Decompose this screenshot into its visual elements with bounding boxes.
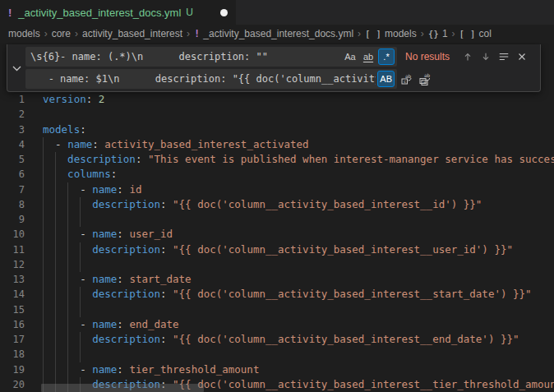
code-line[interactable]: 1version: 2 bbox=[0, 92, 554, 107]
breadcrumb-label: 1 bbox=[442, 28, 448, 39]
indent-guide bbox=[43, 137, 44, 152]
breadcrumb-item-1[interactable]: {}1 bbox=[428, 28, 448, 39]
breadcrumb-separator-icon: › bbox=[44, 28, 48, 39]
regex-toggle[interactable]: .* bbox=[378, 48, 395, 65]
code-line[interactable]: 3models: bbox=[0, 122, 554, 137]
code-line[interactable]: 16 - name: end_date bbox=[0, 317, 554, 332]
breadcrumb-item-core[interactable]: core bbox=[52, 28, 71, 39]
line-number: 2 bbox=[0, 107, 25, 122]
next-match-button[interactable] bbox=[478, 48, 494, 65]
code-line[interactable]: 8 description: "{{ doc('column__activity… bbox=[0, 197, 554, 212]
line-number: 18 bbox=[0, 347, 25, 362]
code-text: version: 2 bbox=[25, 92, 554, 107]
code-text: columns: bbox=[25, 167, 554, 182]
code-line[interactable]: 9 bbox=[0, 212, 554, 227]
indent-guide bbox=[43, 272, 44, 287]
line-number: 5 bbox=[0, 152, 25, 167]
indent-guide bbox=[55, 167, 56, 182]
line-number: 16 bbox=[0, 317, 25, 332]
breadcrumb-item-activity_based_interest[interactable]: activity_based_interest bbox=[82, 28, 182, 39]
code-text bbox=[25, 347, 554, 362]
breadcrumb-separator-icon: › bbox=[75, 28, 78, 39]
indent-guide bbox=[80, 347, 81, 362]
code-text: - name: id bbox=[25, 182, 554, 197]
code-text bbox=[25, 107, 554, 122]
replace-all-button[interactable]: ab ac bbox=[417, 71, 433, 87]
code-line[interactable]: 4 - name: activity_based_interest_activa… bbox=[0, 137, 554, 152]
code-line[interactable]: 13 - name: start_date bbox=[0, 272, 554, 287]
line-number: 10 bbox=[0, 227, 25, 242]
toggle-replace-chevron-icon[interactable] bbox=[11, 62, 22, 74]
breadcrumb-separator-icon: › bbox=[187, 28, 190, 39]
code-line[interactable]: 14 description: "{{ doc('column__activit… bbox=[0, 287, 554, 302]
line-number: 20 bbox=[0, 377, 25, 392]
code-line[interactable]: 15 bbox=[0, 302, 554, 317]
code-line[interactable]: 5 description: "This event is published … bbox=[0, 152, 554, 167]
editor[interactable]: \s{6}- name: (.*)\n description: "" Aa a… bbox=[0, 43, 554, 392]
indent-guide bbox=[55, 182, 56, 197]
line-number: 9 bbox=[0, 212, 25, 227]
indent-guide bbox=[55, 332, 56, 347]
code-line[interactable]: 12 bbox=[0, 257, 554, 272]
code-line[interactable]: 10 - name: user_id bbox=[0, 227, 554, 242]
indent-guide bbox=[43, 332, 44, 347]
find-input[interactable]: \s{6}- name: (.*)\n description: "" Aa a… bbox=[25, 47, 397, 67]
object-symbol-icon: {} bbox=[428, 29, 439, 39]
replace-row: - name: $1\n description: "{{ doc('colum… bbox=[25, 69, 537, 89]
whole-word-toggle[interactable]: ab bbox=[360, 48, 376, 65]
yaml-symbol-icon: ! bbox=[194, 28, 200, 39]
code-line[interactable]: 6 columns: bbox=[0, 167, 554, 182]
close-find-button[interactable] bbox=[514, 48, 530, 65]
code-line[interactable]: 18 bbox=[0, 347, 554, 362]
indent-guide bbox=[43, 212, 44, 227]
indent-guide bbox=[43, 317, 44, 332]
indent-guide bbox=[67, 197, 68, 212]
find-query-text: \s{6}- name: (.*)\n description: "" bbox=[30, 51, 340, 62]
indent-guide bbox=[80, 302, 81, 317]
code-line[interactable]: 11 description: "{{ doc('column__activit… bbox=[0, 242, 554, 257]
replace-button[interactable]: ab c bbox=[399, 71, 415, 87]
tab-active-file[interactable]: ! _activity_based_interest_docs.yml U bbox=[0, 0, 236, 25]
line-number: 19 bbox=[0, 362, 25, 377]
match-case-toggle[interactable]: Aa bbox=[342, 48, 358, 65]
code-line[interactable]: 17 description: "{{ doc('column__activit… bbox=[0, 332, 554, 347]
find-results-count: No results bbox=[405, 51, 458, 62]
line-number: 3 bbox=[0, 122, 25, 137]
code-text: description: "This event is published wh… bbox=[25, 152, 554, 167]
indent-guide bbox=[67, 302, 68, 317]
indent-guide bbox=[55, 362, 56, 377]
code-text: description: "{{ doc('column__activity_b… bbox=[25, 197, 554, 212]
indent-guide bbox=[67, 182, 68, 197]
previous-match-button[interactable] bbox=[459, 48, 476, 65]
breadcrumb-item-_activity_based_interest_docs.yml[interactable]: !_activity_based_interest_docs.yml bbox=[194, 28, 353, 39]
breadcrumb-label: core bbox=[52, 28, 71, 39]
line-number: 7 bbox=[0, 182, 25, 197]
breadcrumb-item-col[interactable]: [ ]col bbox=[459, 28, 492, 39]
code-text: - name: activity_based_interest_activate… bbox=[25, 137, 554, 152]
find-row: \s{6}- name: (.*)\n description: "" Aa a… bbox=[25, 47, 537, 67]
indent-guide bbox=[55, 272, 56, 287]
indent-guide bbox=[80, 257, 81, 272]
indent-guide bbox=[67, 227, 68, 242]
breadcrumb-item-models[interactable]: [ ]models bbox=[365, 28, 417, 39]
indent-guide bbox=[43, 152, 44, 167]
code-line[interactable]: 19 - name: tier_threshold_amount bbox=[0, 362, 554, 377]
code-line[interactable]: 7 - name: id bbox=[0, 182, 554, 197]
replace-input[interactable]: - name: $1\n description: "{{ doc('colum… bbox=[25, 69, 397, 89]
indent-guide bbox=[55, 347, 56, 362]
tab-filename: _activity_based_interest_docs.yml bbox=[18, 7, 181, 19]
code-text: description: "{{ doc('column__activity_b… bbox=[25, 242, 554, 257]
unsaved-dot-icon[interactable] bbox=[220, 9, 228, 16]
indent-guide bbox=[55, 197, 56, 212]
horizontal-scrollbar[interactable] bbox=[41, 384, 204, 392]
indent-guide bbox=[43, 242, 44, 257]
code-line[interactable]: 2 bbox=[0, 107, 554, 122]
indent-guide bbox=[55, 257, 56, 272]
find-in-selection-button[interactable] bbox=[496, 48, 512, 65]
breadcrumb-label: models bbox=[385, 28, 417, 39]
indent-guide bbox=[43, 182, 44, 197]
breadcrumb-item-models[interactable]: models bbox=[8, 28, 40, 39]
indent-guide bbox=[43, 167, 44, 182]
preserve-case-toggle[interactable]: AB bbox=[377, 71, 395, 87]
yaml-file-icon: ! bbox=[8, 7, 12, 19]
